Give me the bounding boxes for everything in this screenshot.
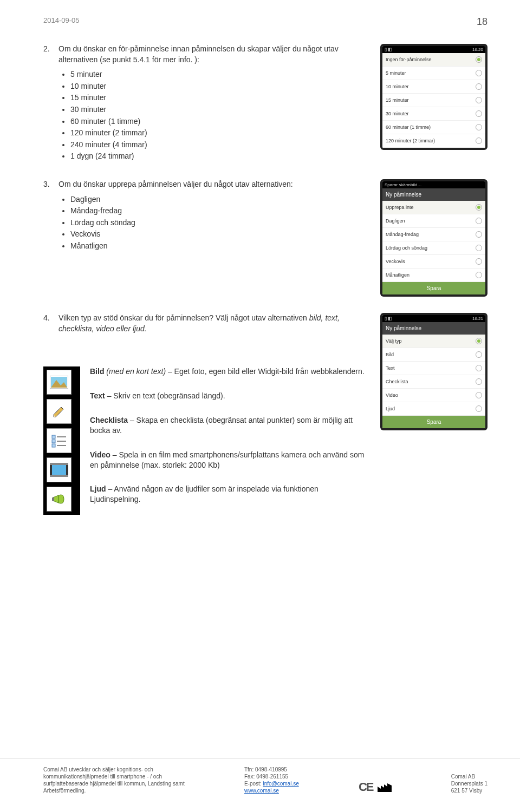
num-2: 2. xyxy=(43,44,53,65)
section-4-heading: 4. Vilken typ av stöd önskar du för påmi… xyxy=(43,313,369,334)
footer-line: Comai AB utvecklar och säljer kognitions… xyxy=(43,766,185,773)
opt-label: Välj typ xyxy=(386,338,402,344)
radio-icon xyxy=(476,378,482,385)
option-row[interactable]: 120 minuter (2 timmar) xyxy=(382,134,485,148)
option-row[interactable]: Ingen för-påminnelse xyxy=(382,53,485,67)
option-row[interactable]: Veckovis xyxy=(382,255,485,269)
radio-icon xyxy=(476,365,482,371)
bullet: 120 minuter (2 timmar) xyxy=(70,128,369,139)
opt-label: 60 minuter (1 timme) xyxy=(386,125,431,130)
section-4-body-a: Vilken typ av stöd önskar du för påminne… xyxy=(58,313,309,322)
option-row[interactable]: Video xyxy=(382,389,485,402)
desc-bild: Bild (med en kort text) – Eget foto, ege… xyxy=(90,366,369,377)
section-2-bullets: 5 minuter 10 minuter 15 minuter 30 minut… xyxy=(70,69,369,162)
option-row[interactable]: Ljud xyxy=(382,402,485,416)
option-row[interactable]: Måndag-fredag xyxy=(382,228,485,241)
opt-label: Bild xyxy=(386,352,394,357)
svg-rect-5 xyxy=(52,435,55,438)
svg-rect-13 xyxy=(50,463,68,465)
footer-ce: CE xyxy=(359,780,392,794)
radio-on-icon xyxy=(476,338,482,344)
svg-marker-3 xyxy=(54,407,63,417)
video-icon xyxy=(47,457,72,482)
phone-screen: ▯ ◧16:20 Ingen för-påminnelse 5 minuter … xyxy=(382,46,485,148)
footer-line: surfplattebaserade hjälpmedel till kommu… xyxy=(43,780,185,787)
radio-icon xyxy=(476,137,482,144)
icon-descriptions: Bild (med en kort text) – Eget foto, ege… xyxy=(43,366,369,519)
option-row[interactable]: Text xyxy=(382,362,485,375)
footer-label: E-post: xyxy=(244,781,263,787)
option-row[interactable]: Upprepa inte xyxy=(382,201,485,214)
desc-check-b: Checklista xyxy=(90,416,128,424)
saving-label: Sparar skärmbild… xyxy=(385,182,421,187)
opt-label: 15 minuter xyxy=(386,97,409,103)
bullet: 15 minuter xyxy=(70,93,369,103)
opt-label: 10 minuter xyxy=(386,84,409,89)
radio-icon xyxy=(476,231,482,238)
megaphone-icon xyxy=(47,487,72,512)
opt-label: Veckovis xyxy=(386,259,405,264)
bullet: Måndag-fredag xyxy=(70,206,369,217)
option-row[interactable]: 15 minuter xyxy=(382,94,485,107)
option-row[interactable]: 30 minuter xyxy=(382,107,485,121)
desc-check-t: – Skapa en checklista (obegränsat antal … xyxy=(90,416,353,435)
phone-screenshot-1: ▯ ◧16:20 Ingen för-påminnelse 5 minuter … xyxy=(380,44,487,150)
desc-ljud-t: – Använd någon av de ljudfiler som är in… xyxy=(90,484,318,503)
save-button[interactable]: Spara xyxy=(382,282,485,294)
opt-label: Ingen för-påminnelse xyxy=(386,57,432,62)
icon-strip xyxy=(43,366,80,515)
footer-line: Tfn: 0498-410995 xyxy=(244,766,299,773)
email-link[interactable]: info@comai.se xyxy=(263,781,298,787)
desc-bild-t: – Eget foto, egen bild eller Widgit-bild… xyxy=(166,367,365,376)
radio-icon xyxy=(476,124,482,130)
opt-label: Upprepa inte xyxy=(386,205,414,210)
doc-header: 2014-09-05 18 xyxy=(43,16,487,28)
footer-left: Comai AB utvecklar och säljer kognitions… xyxy=(43,766,185,794)
radio-icon xyxy=(476,218,482,224)
phone-screenshot-3: ▯ ◧16:21 Ny påminnelse Välj typ Bild Tex… xyxy=(380,313,487,430)
option-row[interactable]: Välj typ xyxy=(382,335,485,348)
section-4-text: 4. Vilken typ av stöd önskar du för påmi… xyxy=(43,313,369,519)
svg-rect-14 xyxy=(50,475,68,477)
save-button[interactable]: Spara xyxy=(382,416,485,428)
option-row[interactable]: Checklista xyxy=(382,375,485,389)
footer-line: 621 57 Visby xyxy=(451,787,487,794)
option-row[interactable]: 5 minuter xyxy=(382,67,485,80)
phone-title: Ny påminnelse xyxy=(382,188,485,201)
option-row[interactable]: Bild xyxy=(382,348,485,362)
desc-bild-b: Bild xyxy=(90,367,106,376)
phone-screen: Sparar skärmbild… Ny påminnelse Upprepa … xyxy=(382,181,485,294)
opt-label: Ljud xyxy=(386,406,395,411)
option-row[interactable]: Månatligen xyxy=(382,269,485,282)
desc-ljud: Ljud – Använd någon av de ljudfiler som … xyxy=(90,484,369,505)
radio-icon xyxy=(476,258,482,265)
option-row[interactable]: 60 minuter (1 timme) xyxy=(382,121,485,134)
footer-line: Donnersplats 1 xyxy=(451,780,487,787)
radio-icon xyxy=(476,70,482,76)
status-bar: ▯ ◧16:20 xyxy=(382,46,485,53)
website-link[interactable]: www.comai.se xyxy=(244,788,279,794)
phone-screen: ▯ ◧16:21 Ny påminnelse Välj typ Bild Tex… xyxy=(382,315,485,428)
section-2-row: 2. Om du önskar en för-påminnelse innan … xyxy=(43,44,487,163)
option-row[interactable]: Dagligen xyxy=(382,214,485,228)
desc-text: Text – Skriv en text (obegränsad längd). xyxy=(90,391,369,401)
opt-label: Checklista xyxy=(386,379,408,384)
option-row[interactable]: Lördag och söndag xyxy=(382,241,485,255)
footer-line: E-post: info@comai.se xyxy=(244,780,299,787)
option-row[interactable]: 10 minuter xyxy=(382,80,485,94)
bullet: 5 minuter xyxy=(70,69,369,80)
opt-label: Video xyxy=(386,392,398,398)
status-bar: ▯ ◧16:21 xyxy=(382,315,485,322)
clock: 16:20 xyxy=(472,47,483,52)
desc-ljud-b: Ljud xyxy=(90,484,106,493)
section-3-heading: 3. Om du önskar upprepa påminnelsen välj… xyxy=(43,179,369,190)
bullet: Veckovis xyxy=(70,229,369,240)
radio-icon xyxy=(476,392,482,398)
radio-icon xyxy=(476,405,482,412)
section-2-heading: 2. Om du önskar en för-påminnelse innan … xyxy=(43,44,369,65)
svg-marker-17 xyxy=(378,783,392,792)
image-icon xyxy=(47,370,72,395)
page-footer: Comai AB utvecklar och säljer kognitions… xyxy=(0,758,520,802)
radio-icon xyxy=(476,110,482,117)
radio-icon xyxy=(476,97,482,103)
